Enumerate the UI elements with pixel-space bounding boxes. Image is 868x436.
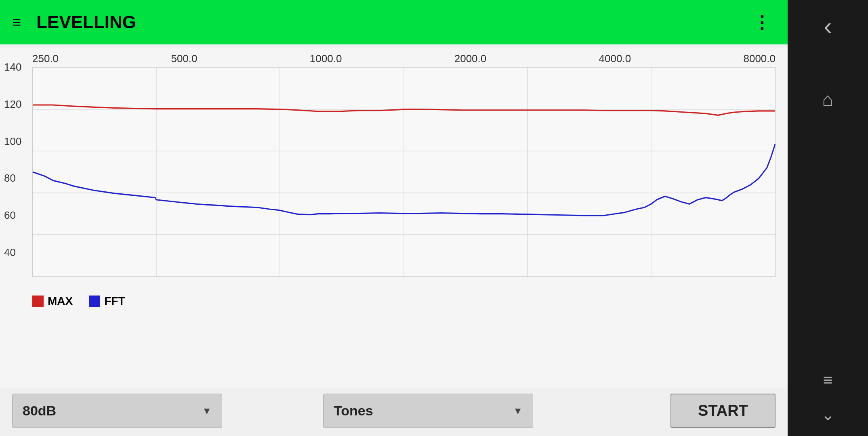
chevron-down-icon[interactable]: ⌄	[821, 405, 835, 424]
x-label-1000: 1000.0	[310, 52, 342, 65]
more-options-icon[interactable]: ⋮	[753, 18, 771, 27]
y-axis-labels: 140 120 100 80 60 40	[4, 67, 21, 265]
start-button[interactable]: START	[670, 394, 776, 428]
tones-dropdown[interactable]: Tones ▼	[323, 394, 533, 428]
home-icon[interactable]: ⌂	[822, 88, 834, 110]
x-label-500: 500.0	[171, 52, 197, 65]
x-axis-labels: 250.0 500.0 1000.0 2000.0 4000.0 8000.0	[32, 52, 776, 67]
x-label-8000: 8000.0	[743, 52, 776, 65]
app-header: ≡ LEVELLING ⋮	[0, 0, 788, 44]
chart-graph	[32, 67, 776, 277]
menu-lines-icon[interactable]: ≡	[823, 371, 832, 389]
max-label: MAX	[48, 295, 73, 308]
legend-max: MAX	[32, 295, 73, 308]
db-dropdown[interactable]: 80dB ▼	[12, 394, 222, 428]
svg-rect-14	[89, 296, 100, 307]
right-sidebar: ‹ ⌂ ≡ ⌄	[788, 0, 868, 436]
back-icon[interactable]: ‹	[824, 12, 832, 40]
y-label-140: 140	[4, 61, 21, 73]
x-label-250: 250.0	[32, 52, 59, 65]
y-label-40: 40	[4, 246, 21, 258]
sidebar-bottom-icons: ≡ ⌄	[821, 371, 835, 424]
svg-rect-13	[32, 296, 44, 307]
hamburger-icon[interactable]: ≡	[12, 15, 20, 30]
bottom-bar: 80dB ▼ Tones ▼ START	[0, 388, 788, 436]
chart-area: 250.0 500.0 1000.0 2000.0 4000.0 8000.0 …	[0, 48, 788, 388]
tones-dropdown-value: Tones	[334, 403, 373, 419]
page-title: LEVELLING	[36, 12, 136, 32]
chart-legend: MAX FFT	[32, 287, 776, 312]
x-label-2000: 2000.0	[454, 52, 487, 65]
db-dropdown-arrow: ▼	[202, 405, 212, 417]
chart-body-wrapper: 140 120 100 80 60 40	[32, 67, 776, 265]
y-label-100: 100	[4, 135, 21, 147]
y-label-60: 60	[4, 209, 21, 222]
chart-container: 250.0 500.0 1000.0 2000.0 4000.0 8000.0 …	[32, 52, 776, 287]
sidebar-top-icons: ‹ ⌂	[822, 12, 834, 110]
tones-dropdown-arrow: ▼	[513, 405, 523, 417]
legend-fft: FFT	[89, 295, 125, 308]
start-label: START	[698, 402, 748, 419]
db-dropdown-value: 80dB	[23, 403, 56, 419]
y-label-80: 80	[4, 172, 21, 184]
max-color-swatch	[32, 296, 44, 307]
y-label-120: 120	[4, 98, 21, 110]
x-label-4000: 4000.0	[599, 52, 631, 65]
main-content: ≡ LEVELLING ⋮ 250.0 500.0 1000.0 2000.0 …	[0, 0, 788, 436]
fft-color-swatch	[89, 296, 100, 307]
fft-label: FFT	[104, 295, 125, 308]
chart-svg	[33, 67, 775, 277]
